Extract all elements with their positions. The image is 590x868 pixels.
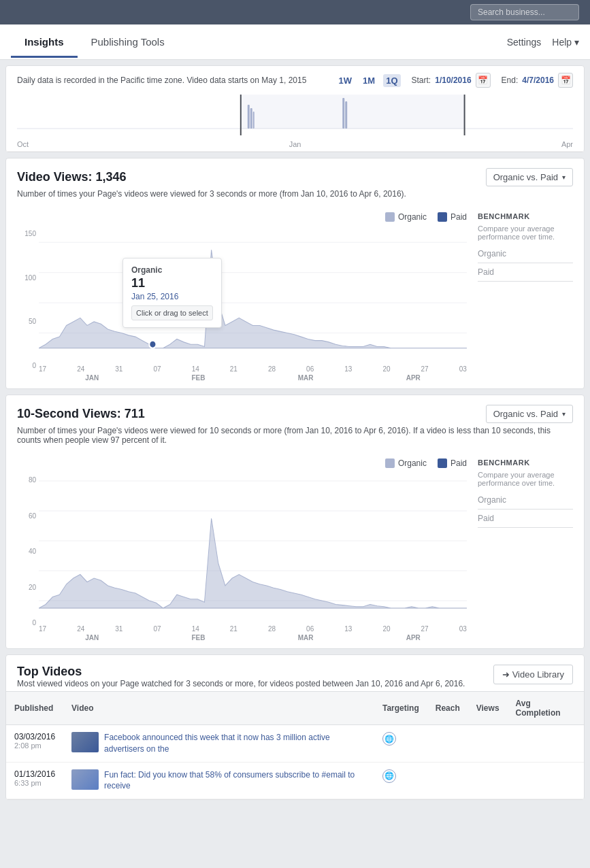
month-label-jan: JAN [85, 374, 99, 382]
nav-bar: Insights Publishing Tools Settings Help … [0, 24, 590, 60]
tooltip-label: Organic [131, 265, 213, 275]
benchmark-organic-1: Organic [478, 249, 573, 263]
ten-second-views-dropdown[interactable]: Organic vs. Paid ▾ [486, 405, 573, 423]
video-views-dropdown-label: Organic vs. Paid [493, 172, 558, 182]
col-video: Video [63, 692, 374, 725]
start-date-group: Start: 1/10/2016 📅 [412, 73, 491, 88]
ten-second-views-desc: Number of times your Page's videos were … [6, 426, 584, 452]
pub-time-1: 2:08 pm [14, 741, 55, 750]
end-calendar-icon[interactable]: 📅 [558, 73, 573, 88]
period-1w[interactable]: 1W [336, 74, 355, 87]
month2-label-apr: APR [406, 634, 421, 641]
col-avg-completion: Avg Completion [508, 692, 584, 725]
ten-second-chart-main: Organic Paid 80 60 40 20 0 [17, 458, 467, 641]
targeting-cell-1: 🌐 [374, 725, 427, 763]
month-label-mar: MAR [298, 374, 314, 382]
paid-legend-label: Paid [450, 212, 467, 222]
svg-marker-22 [39, 518, 467, 608]
nav-tabs: Insights Publishing Tools [11, 27, 507, 58]
sparkline-chart [17, 95, 573, 135]
ten-second-dropdown-label: Organic vs. Paid [493, 409, 558, 419]
end-value[interactable]: 4/7/2016 [522, 76, 554, 85]
video-views-svg [39, 227, 467, 363]
x-label-03: 03 [459, 365, 467, 373]
svg-point-15 [149, 341, 156, 348]
y2-label-80: 80 [29, 476, 36, 484]
views-cell-1 [468, 725, 508, 763]
published-cell-2: 01/13/2016 6:33 pm [6, 762, 63, 799]
x-label-31: 31 [115, 365, 122, 373]
video-views-dropdown[interactable]: Organic vs. Paid ▾ [486, 168, 573, 186]
x-label-06: 06 [306, 365, 314, 373]
targeting-cell-2: 🌐 [374, 762, 427, 799]
organic-legend-box-2 [385, 458, 395, 468]
video-views-title: Video Views: 1,346 [17, 170, 126, 184]
paid-legend-box [438, 212, 447, 222]
ten-second-chart-wrapper: 80 60 40 20 0 [17, 473, 467, 641]
video-views-card: Video Views: 1,346 Organic vs. Paid ▾ Nu… [5, 158, 585, 389]
x-label-14: 14 [192, 365, 199, 373]
month2-label-feb: FEB [191, 634, 205, 641]
start-calendar-icon[interactable]: 📅 [476, 73, 491, 88]
top-videos-desc: Most viewed videos on your Page watched … [17, 679, 465, 688]
x-label-17: 17 [39, 365, 46, 373]
start-value[interactable]: 1/10/2016 [435, 76, 471, 85]
x-label-13: 13 [344, 365, 352, 373]
col-reach: Reach [427, 692, 468, 725]
ten-second-legend: Organic Paid [17, 458, 467, 468]
legend-organic: Organic [385, 212, 427, 222]
month-label-apr: APR [406, 374, 421, 382]
help-link[interactable]: Help ▾ [552, 37, 579, 48]
month2-label-jan: JAN [85, 634, 99, 641]
x2-label-24: 24 [77, 625, 84, 633]
date-notice: Daily data is recorded in the Pacific ti… [17, 76, 306, 85]
video-cell-inner-2: Fun fact: Did you know that 58% of consu… [71, 769, 366, 792]
video-link-2[interactable]: Fun fact: Did you know that 58% of consu… [104, 769, 366, 792]
y2-label-0: 0 [32, 619, 36, 627]
col-views: Views [468, 692, 508, 725]
published-cell-1: 03/03/2016 2:08 pm [6, 725, 63, 763]
reach-cell-1 [427, 725, 468, 763]
video-library-button[interactable]: ➜ Video Library [493, 665, 573, 684]
period-1q[interactable]: 1Q [383, 74, 400, 87]
x-label-20: 20 [382, 365, 390, 373]
benchmark-desc-2: Compare your average performance over ti… [478, 471, 573, 487]
video-views-legend: Organic Paid [17, 212, 467, 222]
x2-label-31: 31 [115, 625, 122, 633]
organic-legend-label: Organic [398, 212, 427, 222]
ten-second-views-title: 10-Second Views: 711 [17, 407, 145, 421]
settings-link[interactable]: Settings [507, 37, 542, 48]
legend-paid: Paid [438, 212, 467, 222]
video-thumb-1 [71, 732, 99, 752]
period-1m[interactable]: 1M [360, 74, 378, 87]
y-label-50: 50 [29, 318, 36, 325]
organic-legend-box [385, 212, 395, 222]
chevron-down-icon-2: ▾ [562, 410, 566, 418]
x2-label-14: 14 [192, 625, 199, 633]
video-link-1[interactable]: Facebook announced this week that it now… [104, 732, 366, 755]
views-cell-2 [468, 762, 508, 799]
date-range-bar: Daily data is recorded in the Pacific ti… [6, 66, 584, 95]
tab-insights[interactable]: Insights [11, 27, 78, 58]
x2-label-06: 06 [306, 625, 314, 633]
video-cell-inner-1: Facebook announced this week that it now… [71, 732, 366, 755]
sparkline-label-jan: Jan [289, 140, 301, 148]
video-thumb-2 [71, 769, 99, 790]
chevron-down-icon: ▾ [562, 173, 566, 181]
video-views-chart-wrapper: 150 100 50 0 [17, 227, 467, 382]
benchmark-paid-1: Paid [478, 267, 573, 282]
video-views-benchmark: BENCHMARK Compare your average performan… [478, 212, 573, 382]
globe-icon-2: 🌐 [382, 769, 396, 783]
ten-second-chart-container: Organic Paid 80 60 40 20 0 [6, 452, 584, 648]
legend-paid-2: Paid [438, 458, 467, 468]
organic-legend-label-2: Organic [398, 458, 427, 468]
search-business-input[interactable] [470, 4, 579, 20]
col-targeting: Targeting [374, 692, 427, 725]
video-cell-1: Facebook announced this week that it now… [63, 725, 374, 763]
pub-time-2: 6:33 pm [14, 779, 55, 787]
top-videos-header-left: Top Videos Most viewed videos on your Pa… [17, 665, 465, 688]
tab-publishing-tools[interactable]: Publishing Tools [78, 27, 178, 58]
benchmark-paid-2: Paid [478, 514, 573, 528]
pub-date-2: 01/13/2016 [14, 769, 55, 779]
globe-icon-1: 🌐 [382, 732, 396, 746]
